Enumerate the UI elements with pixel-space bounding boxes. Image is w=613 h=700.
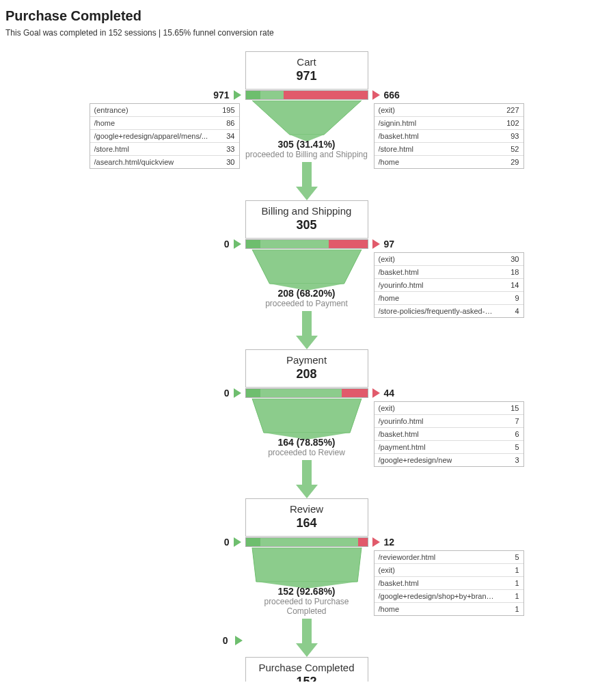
svg-marker-8	[252, 399, 362, 433]
table-row[interactable]: /basket.html 1	[374, 577, 523, 590]
table-row[interactable]: /basket.html 18	[374, 266, 523, 279]
table-row[interactable]: /store.html 52	[374, 143, 523, 156]
entry-column	[95, 51, 245, 84]
path-count: 52	[510, 145, 519, 153]
table-row[interactable]: /revieworder.html 5	[374, 551, 523, 564]
table-row[interactable]: (exit) 227	[374, 104, 523, 117]
table-row[interactable]: (exit) 30	[374, 253, 523, 266]
table-row[interactable]: /google+redesign/shop+by+brand... 1	[374, 590, 523, 603]
table-row[interactable]: /asearch.html/quickview 30	[90, 156, 239, 168]
svg-marker-4	[252, 250, 362, 284]
path-label: /basket.html	[379, 579, 419, 587]
entry-column	[95, 200, 245, 233]
path-count: 1	[515, 566, 519, 574]
step-box[interactable]: Billing and Shipping 305	[245, 200, 368, 239]
proceed-bar	[245, 90, 368, 100]
path-label: /home	[379, 158, 400, 166]
path-label: /store-policies/frequently-asked-q...	[379, 307, 495, 315]
table-row[interactable]: /google+redesign/apparel/mens/... 34	[90, 130, 239, 143]
page-subhead: This Goal was completed in 152 sessions …	[5, 28, 608, 38]
exit-count: 44	[384, 388, 409, 399]
step-box[interactable]: Cart 971	[245, 51, 368, 90]
table-row[interactable]: /basket.html 6	[374, 428, 523, 441]
svg-rect-6	[302, 311, 312, 336]
step-count: 305	[251, 218, 362, 232]
proceed-bar	[245, 239, 368, 249]
exit-arrow-icon	[372, 537, 380, 547]
table-row[interactable]: /store.html 33	[90, 143, 239, 156]
path-label: /yourinfo.html	[379, 417, 424, 425]
exit-arrow-icon	[372, 239, 380, 249]
path-label: /basket.html	[379, 430, 419, 438]
step-box[interactable]: Payment 208	[245, 349, 368, 388]
path-count: 102	[506, 119, 519, 127]
path-count: 30	[226, 158, 234, 166]
path-count: 9	[515, 294, 519, 302]
table-row[interactable]: (entrance) 195	[90, 104, 239, 117]
exit-paths-table: (exit) 30 /basket.html 18 /yourinfo.html…	[374, 252, 524, 318]
path-count: 30	[510, 255, 519, 263]
path-label: /google+redesign/shop+by+brand...	[379, 592, 495, 600]
exit-paths-table: /revieworder.html 5 (exit) 1 /basket.htm…	[374, 550, 524, 616]
table-row[interactable]: /home 9	[374, 292, 523, 305]
exit-paths-table: (exit) 15 /yourinfo.html 7 /basket.html …	[374, 401, 524, 467]
exit-paths-table: (exit) 227 /signin.html 102 /basket.html…	[374, 103, 524, 169]
proceed-label: 164 (78.85%) proceeded to Review	[268, 437, 345, 457]
table-row[interactable]: /home 1	[374, 603, 523, 615]
exit-count: 666	[384, 90, 409, 100]
table-row[interactable]: /store-policies/frequently-asked-q... 4	[374, 305, 523, 317]
exit-arrow-icon	[372, 388, 380, 398]
step-count: 152	[251, 675, 362, 682]
path-label: (exit)	[379, 255, 395, 263]
path-count: 86	[226, 119, 234, 127]
table-row[interactable]: (exit) 15	[374, 402, 523, 415]
table-row[interactable]: (exit) 1	[374, 564, 523, 577]
entry-paths-table: (entrance) 195 /home 86 /google+redesign…	[90, 103, 240, 169]
path-label: (exit)	[379, 106, 395, 114]
path-count: 1	[515, 592, 519, 600]
page-title: Purchase Completed	[5, 8, 608, 24]
path-count: 15	[510, 404, 519, 412]
path-label: /google+redesign/apparel/mens/...	[94, 132, 208, 140]
entry-arrow-icon	[234, 537, 241, 547]
step-box[interactable]: Review 164	[245, 498, 368, 537]
svg-marker-0	[252, 100, 362, 135]
step-title: Review	[251, 503, 362, 515]
svg-marker-7	[296, 336, 318, 349]
step-box[interactable]: Purchase Completed 152 15.65% funnel con…	[245, 657, 368, 682]
svg-rect-14	[302, 619, 312, 643]
path-label: (exit)	[379, 566, 395, 574]
path-count: 7	[515, 417, 519, 425]
path-count: 227	[506, 106, 519, 114]
path-count: 1	[515, 579, 519, 587]
table-row[interactable]: /signin.html 102	[374, 117, 523, 130]
path-label: /payment.html	[379, 443, 426, 451]
funnel-chart: Cart 971 971 666 (entrance) 195 /home 86…	[5, 51, 608, 673]
path-label: /signin.html	[379, 119, 417, 127]
path-count: 1	[515, 605, 519, 613]
path-label: /home	[94, 119, 115, 127]
table-row[interactable]: /yourinfo.html 7	[374, 415, 523, 428]
funnel-step: Billing and Shipping 305	[5, 200, 608, 239]
path-count: 93	[510, 132, 519, 140]
entry-arrow-icon	[234, 388, 241, 398]
path-count: 4	[515, 307, 519, 315]
table-row[interactable]: /home 86	[90, 117, 239, 130]
table-row[interactable]: /home 29	[374, 156, 523, 168]
path-label: /store.html	[379, 145, 413, 153]
svg-marker-12	[252, 548, 362, 582]
table-row[interactable]: /google+redesign/new 3	[374, 454, 523, 466]
path-count: 5	[515, 553, 519, 561]
proceed-bar	[245, 537, 368, 547]
table-row[interactable]: /basket.html 93	[374, 130, 523, 143]
svg-rect-10	[302, 460, 312, 485]
path-count: 3	[515, 456, 519, 464]
table-row[interactable]: /yourinfo.html 14	[374, 279, 523, 292]
path-count: 29	[510, 158, 519, 166]
entry-arrow-icon	[234, 90, 241, 100]
path-label: /basket.html	[379, 132, 419, 140]
table-row[interactable]: /payment.html 5	[374, 441, 523, 454]
path-count: 34	[226, 132, 234, 140]
svg-marker-15	[296, 643, 318, 657]
path-label: /revieworder.html	[379, 553, 436, 561]
